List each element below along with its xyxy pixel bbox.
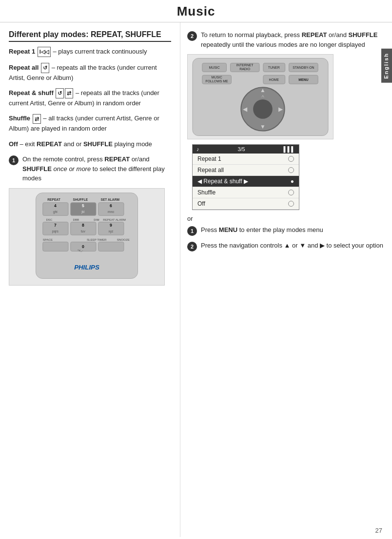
svg-text:SNOOZE: SNOOZE [117, 237, 130, 241]
mode-repeat-all: Repeat all ↺ – repeats all the tracks (u… [9, 63, 171, 82]
svg-text:DSC: DSC [46, 218, 53, 221]
step1-row: 1 On the remote control, press REPEAT or… [9, 154, 171, 183]
display-track: 3/5 [237, 146, 245, 152]
step-or1-row: 1 Press MENU to enter the play modes men… [187, 225, 383, 236]
svg-text:PHILIPS: PHILIPS [74, 263, 99, 270]
svg-text:mno: mno [108, 210, 114, 213]
mode-repeat-shuff: Repeat & shuff ↺⇄ – repeats all the trac… [9, 88, 171, 108]
display-row-off: Off [193, 198, 299, 210]
step-or2-text: Press the navigation controls ▲ or ▼ and… [201, 241, 383, 250]
svg-text:tuv: tuv [81, 229, 86, 232]
svg-text:MUSIC: MUSIC [211, 76, 222, 79]
display-header: ♪ 3/5 ▌▌▌ [193, 145, 299, 154]
svg-text:FOLLOWS ME: FOLLOWS ME [205, 79, 228, 83]
svg-text:8: 8 [82, 223, 84, 228]
svg-text:RADIO: RADIO [239, 67, 251, 71]
svg-text:DBB: DBB [73, 218, 79, 221]
svg-rect-29 [43, 242, 68, 251]
svg-text:MUSIC: MUSIC [209, 66, 219, 69]
display-signal: ▌▌▌ [284, 146, 295, 152]
step2-text: To return to normal playback, press REPE… [201, 30, 383, 49]
svg-text:INTERNET: INTERNET [236, 63, 254, 67]
section-title: Different play modes: REPEAT, SHUFFLE [9, 30, 171, 42]
mode-off: Off – exit REPEAT and or SHUFFLE playing… [9, 139, 171, 149]
remote-control-image: REPEAT SHUFFLE SET ALARM 4 ghi 5 jkl 6 m… [9, 188, 165, 286]
svg-text:MENU: MENU [298, 78, 308, 81]
svg-text:^: ^ [261, 94, 264, 100]
display-row-repeatall: Repeat all [193, 165, 299, 176]
mode-repeat1: Repeat 1 I◁◁ – plays current track conti… [9, 47, 171, 57]
svg-text:◀: ◀ [243, 105, 248, 112]
svg-text:9: 9 [110, 223, 112, 228]
svg-text:▲: ▲ [260, 87, 266, 94]
page-title: Music [0, 0, 392, 22]
step-or2-row: 2 Press the navigation controls ▲ or ▼ a… [187, 241, 383, 251]
right-column: 2 To return to normal playback, press RE… [180, 22, 392, 537]
display-screen: ♪ 3/5 ▌▌▌ Repeat 1 Repeat all ◀ Repeat &… [192, 144, 299, 210]
svg-text:SPACE: SPACE [43, 237, 53, 241]
svg-text:pqrs: pqrs [52, 229, 59, 233]
display-row-repeatshuff: ◀ Repeat & shuff ▶ ● [193, 176, 299, 187]
svg-text:SLEEP TIMER: SLEEP TIMER [87, 237, 107, 241]
display-icon: ♪ [196, 146, 199, 152]
svg-text:6: 6 [110, 203, 112, 208]
svg-text:TUNER: TUNER [268, 66, 280, 69]
step-or2-circle: 2 [187, 242, 197, 251]
svg-text:▼: ▼ [260, 123, 266, 130]
svg-text:0: 0 [82, 244, 84, 249]
step1-text: On the remote control, press REPEAT or/a… [22, 154, 171, 183]
step2-row: 2 To return to normal playback, press RE… [187, 30, 383, 49]
mode-shuffle: Shuffle ⇄ – all tracks (under current Ar… [9, 114, 171, 133]
svg-text:▶: ▶ [278, 105, 283, 112]
svg-text:STANDBY-ON: STANDBY-ON [293, 66, 314, 69]
svg-text:ghi: ghi [53, 210, 58, 213]
display-row-shuffle: Shuffle [193, 187, 299, 198]
svg-text:jkl: jkl [81, 210, 85, 213]
svg-text:SHUFFLE: SHUFFLE [73, 198, 88, 201]
svg-text:4: 4 [54, 203, 57, 208]
svg-text:7: 7 [54, 223, 57, 228]
step2-circle: 2 [187, 31, 197, 41]
language-tab: English [381, 49, 392, 83]
svg-text:REPEAT: REPEAT [47, 198, 60, 201]
svg-text:REPEAT ALARM: REPEAT ALARM [103, 218, 126, 221]
svg-text:DIM: DIM [94, 218, 99, 221]
svg-text:xyz: xyz [108, 229, 114, 233]
svg-point-53 [253, 99, 273, 118]
svg-text:SET ALARM: SET ALARM [101, 198, 120, 201]
display-row-repeat1: Repeat 1 [193, 154, 299, 165]
svg-text:5: 5 [82, 203, 84, 208]
step1-circle: 1 [9, 155, 19, 165]
left-column: Different play modes: REPEAT, SHUFFLE Re… [0, 22, 180, 537]
page-number: 27 [375, 527, 382, 534]
or-label: or [187, 215, 383, 222]
step-or1-circle: 1 [187, 226, 197, 236]
step-or1-text: Press MENU to enter the play modes menu [201, 225, 383, 235]
svg-text:HOME: HOME [269, 78, 279, 81]
tv-remote-image: MUSIC INTERNET RADIO TUNER STANDBY-ON MU… [187, 54, 333, 139]
svg-text:*#_-: *#_- [78, 249, 83, 252]
svg-rect-33 [98, 242, 124, 251]
